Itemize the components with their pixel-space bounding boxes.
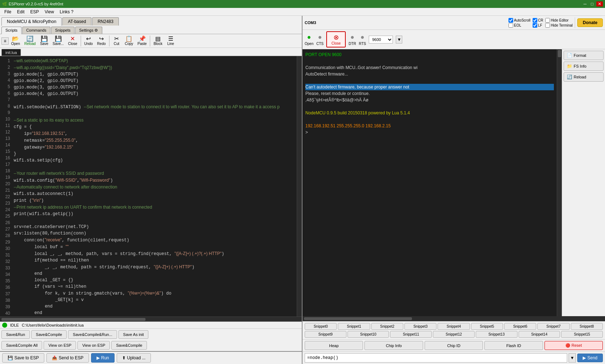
send-label: Send bbox=[587, 355, 597, 360]
menu-links[interactable]: Links ? bbox=[57, 9, 76, 15]
menubar: File Edit ESP View Links ? bbox=[0, 8, 605, 16]
baud-rate-select[interactable]: 300120024004800 96001920038400 576007488… bbox=[369, 36, 393, 44]
chip-id-button[interactable]: Chip ID bbox=[425, 341, 483, 350]
menu-file[interactable]: File bbox=[1, 9, 14, 15]
snippet3-button[interactable]: Snippet3 bbox=[404, 323, 436, 330]
close-editor-button[interactable]: ✕Close bbox=[66, 35, 79, 47]
redo-button[interactable]: ↪Redo bbox=[95, 35, 108, 47]
cut-button[interactable]: ✂Cut bbox=[111, 35, 122, 47]
cr-label[interactable]: CR bbox=[533, 18, 543, 23]
eol-label[interactable]: EOL bbox=[508, 23, 530, 28]
tab-rn2483[interactable]: RN2483 bbox=[92, 17, 119, 26]
snippet15-button[interactable]: Snippet15 bbox=[561, 331, 603, 338]
snippet0-button[interactable]: Snippet0 bbox=[305, 323, 337, 330]
code-hscroll[interactable] bbox=[0, 317, 302, 322]
terminal-hscroll[interactable] bbox=[302, 316, 605, 321]
com-controls: AutoScroll EOL CR LF Hid bbox=[508, 17, 603, 28]
snippet5-button[interactable]: Snippet5 bbox=[471, 323, 503, 330]
upload-button[interactable]: ⬆ Upload ... bbox=[117, 353, 151, 363]
reload-button[interactable]: 🔄Reload bbox=[22, 35, 37, 47]
line-button[interactable]: ☰Line bbox=[165, 35, 176, 47]
code-area[interactable]: 12345 678910 1112131415 1617181920 21222… bbox=[0, 56, 302, 317]
toolbar-extra[interactable]: ≡ bbox=[1, 37, 9, 45]
snippet1-button[interactable]: Snippet1 bbox=[338, 323, 370, 330]
tab-scripts[interactable]: Scripts bbox=[1, 27, 22, 34]
snippet7-button[interactable]: Snippet7 bbox=[537, 323, 569, 330]
copy-button[interactable]: 📋Copy bbox=[123, 35, 135, 47]
fs-info-button[interactable]: 📁 FS Info bbox=[564, 62, 604, 71]
snippet13-button[interactable]: Snippet13 bbox=[476, 331, 517, 338]
hide-terminal-label[interactable]: Hide Terminal bbox=[545, 23, 573, 28]
hide-editor-checkbox[interactable] bbox=[545, 18, 550, 23]
tab-at-based[interactable]: AT-based bbox=[62, 17, 91, 26]
tab-snippets[interactable]: Snippets bbox=[51, 27, 75, 34]
chip-info-button[interactable]: Chip Info bbox=[364, 341, 423, 350]
save-compile-button[interactable]: Save&Compile bbox=[31, 330, 67, 339]
cmd-dropdown[interactable]: ▼ bbox=[569, 353, 576, 363]
reload-esp-button[interactable]: 🔄 Reload bbox=[564, 72, 604, 82]
save-run-button[interactable]: Save&Run bbox=[1, 330, 30, 339]
open-button[interactable]: 📂Open bbox=[9, 35, 22, 47]
terminal-wrapper: PORT OPEN 9600 Communication with MCU..G… bbox=[302, 49, 605, 316]
snippet10-button[interactable]: Snippet10 bbox=[348, 331, 389, 338]
donate-button[interactable]: Donate bbox=[577, 18, 603, 27]
snippet11-button[interactable]: Snippet11 bbox=[390, 331, 432, 338]
maximize-button[interactable]: □ bbox=[590, 1, 595, 6]
lf-checkbox[interactable] bbox=[533, 23, 537, 28]
snippet14-button[interactable]: Snippet14 bbox=[519, 331, 560, 338]
snippet2-button[interactable]: Snippet2 bbox=[371, 323, 403, 330]
vscroll-thumb[interactable] bbox=[558, 50, 561, 57]
editor-tab-init[interactable]: init.lua bbox=[1, 49, 21, 56]
view-on-esp-1-button[interactable]: View on ESP bbox=[44, 341, 76, 350]
format-button[interactable]: 📄 Format bbox=[564, 51, 604, 60]
baud-dropdown-arrow[interactable]: ▼ bbox=[396, 36, 402, 44]
flash-id-button[interactable]: Flash ID bbox=[484, 341, 543, 350]
save-compile-2-button[interactable]: Save&Compile bbox=[111, 341, 147, 350]
terminal-vscroll[interactable] bbox=[557, 49, 562, 316]
autoscroll-checkbox[interactable] bbox=[508, 18, 513, 23]
eol-checkbox[interactable] bbox=[508, 23, 513, 28]
snippet6-button[interactable]: Snippet6 bbox=[504, 323, 536, 330]
snippet8-button[interactable]: Snippet8 bbox=[571, 323, 603, 330]
tab-commands[interactable]: Commands bbox=[22, 27, 50, 34]
autoscroll-label[interactable]: AutoScroll bbox=[508, 18, 530, 23]
hscroll-thumb[interactable] bbox=[1, 318, 145, 321]
code-vscroll[interactable] bbox=[297, 56, 302, 317]
heap-button[interactable]: Heap bbox=[305, 341, 363, 350]
save-as-init-button[interactable]: Save As init bbox=[118, 330, 148, 339]
close-serial-btn[interactable]: ⊗ Close bbox=[326, 31, 346, 47]
save-compile-all-button[interactable]: Save&Compile All bbox=[1, 341, 42, 350]
undo-button[interactable]: ↩Undo bbox=[82, 35, 95, 47]
save-compile-run-button[interactable]: Save&Compile&Run... bbox=[68, 330, 117, 339]
snippet4-button[interactable]: Snippet4 bbox=[438, 323, 470, 330]
terminal-output[interactable]: PORT OPEN 9600 Communication with MCU..G… bbox=[302, 49, 557, 316]
snippet12-button[interactable]: Snippet12 bbox=[433, 331, 475, 338]
hide-terminal-checkbox[interactable] bbox=[545, 23, 550, 28]
menu-view[interactable]: View bbox=[42, 9, 57, 15]
terminal-hscroll-thumb[interactable] bbox=[304, 317, 412, 320]
close-button[interactable]: ✕ bbox=[596, 1, 603, 6]
reset-button[interactable]: 🔴 Reset bbox=[544, 341, 603, 350]
paste-button[interactable]: 📌Paste bbox=[136, 35, 149, 47]
serial-controls: ● Open ● CTS ⊗ Close ● DTR ● R bbox=[302, 30, 605, 49]
tab-nodemcu[interactable]: NodeMCU & MicroPython bbox=[1, 17, 62, 26]
view-on-esp-2-button[interactable]: View on ESP bbox=[77, 341, 110, 350]
snippet9-button[interactable]: Snippet9 bbox=[305, 331, 346, 338]
minimize-button[interactable]: ─ bbox=[582, 1, 588, 6]
menu-esp[interactable]: ESP bbox=[27, 9, 42, 15]
send-to-esp-button[interactable]: 📤 Send to ESP bbox=[46, 353, 89, 363]
send-button[interactable]: ▶ Send bbox=[577, 354, 603, 362]
run-button[interactable]: ▶ Run bbox=[91, 353, 115, 363]
save-as-button[interactable]: 💾Save... bbox=[51, 35, 66, 47]
tab-settings[interactable]: Settings ⚙ bbox=[75, 27, 102, 34]
cr-checkbox[interactable] bbox=[533, 18, 537, 23]
cts-ctrl: ● CTS bbox=[316, 33, 323, 46]
lf-label[interactable]: LF bbox=[533, 23, 543, 28]
cmd-input[interactable] bbox=[305, 353, 567, 363]
save-to-esp-button[interactable]: 💾 Save to ESP bbox=[2, 353, 44, 363]
save-button[interactable]: 💾Save bbox=[38, 35, 50, 47]
hide-editor-label[interactable]: Hide Editor bbox=[545, 18, 573, 23]
block-button[interactable]: ▤Block bbox=[152, 35, 164, 47]
code-editor[interactable]: --wifi.setmode(wifi.SOFTAP) --wifi.ap.co… bbox=[11, 56, 297, 317]
menu-edit[interactable]: Edit bbox=[14, 9, 27, 15]
